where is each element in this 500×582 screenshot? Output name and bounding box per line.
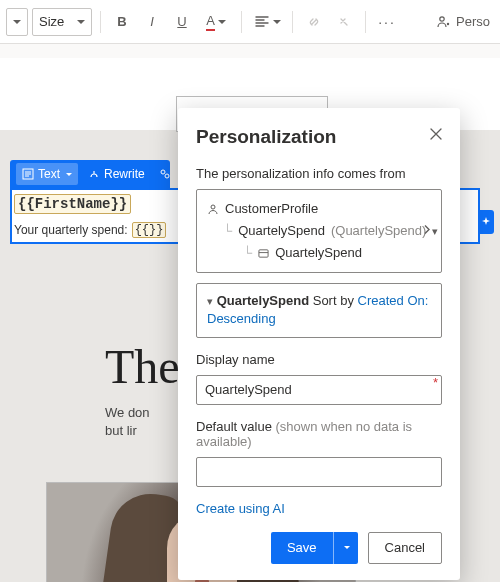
filter-icon: ▾	[432, 222, 438, 241]
tree-root: CustomerProfile	[225, 198, 318, 220]
display-name-input[interactable]	[196, 375, 442, 405]
default-value-label: Default value (shown when no data is ava…	[196, 419, 442, 449]
sort-text: Sort by	[313, 293, 354, 308]
close-icon	[429, 127, 443, 141]
ribbon-text-label: Text	[38, 167, 60, 181]
ribbon-extra-button[interactable]	[155, 163, 175, 185]
chevron-down-icon	[273, 20, 281, 24]
tree-leaf: QuartelySpend	[275, 242, 362, 264]
ribbon-rewrite-label: Rewrite	[104, 167, 145, 181]
rewrite-icon	[88, 168, 100, 180]
format-toolbar: Size B I U A ··· Perso	[0, 0, 500, 44]
font-size-label: Size	[39, 14, 64, 29]
person-icon	[436, 14, 452, 30]
unlink-icon	[336, 14, 352, 30]
tree-child-paren: (QuartelySpend)	[331, 220, 426, 242]
sort-box[interactable]: ▾ QuartelySpend Sort by Created On: Desc…	[196, 283, 442, 337]
align-button[interactable]	[250, 9, 284, 35]
font-family-dropdown[interactable]	[6, 8, 28, 36]
sparkle-icon	[480, 216, 492, 228]
chevron-down-icon	[13, 20, 21, 24]
personalization-panel: Personalization The personalization info…	[178, 108, 460, 580]
field-icon	[258, 248, 269, 259]
align-left-icon	[254, 14, 270, 30]
link-icon	[306, 14, 322, 30]
create-using-ai-link[interactable]: Create using AI	[196, 501, 285, 516]
chevron-right-icon	[423, 224, 431, 239]
save-button[interactable]: Save	[271, 532, 358, 564]
source-label: The personalization info comes from	[196, 166, 442, 181]
svg-point-3	[161, 170, 165, 174]
save-split[interactable]	[333, 532, 358, 564]
personalization-icon	[159, 168, 171, 180]
svg-rect-6	[259, 250, 268, 257]
data-source-selector[interactable]: CustomerProfile └ QuartelySpend (Quartel…	[196, 189, 442, 273]
firstname-token[interactable]: {{FirstName}}	[14, 194, 131, 214]
spend-prefix-text: Your quarterly spend:	[14, 223, 128, 237]
svg-point-0	[440, 16, 444, 20]
required-indicator: *	[433, 375, 438, 390]
svg-point-4	[165, 174, 169, 178]
font-size-dropdown[interactable]: Size	[32, 8, 92, 36]
ribbon-text-button[interactable]: Text	[16, 163, 78, 185]
svg-point-5	[211, 205, 215, 209]
font-color-button[interactable]: A	[199, 9, 233, 35]
filter-icon: ▾	[207, 295, 213, 307]
link-button[interactable]	[301, 9, 327, 35]
bold-button[interactable]: B	[109, 9, 135, 35]
personalize-button[interactable]: Perso	[432, 9, 494, 35]
block-handle[interactable]	[478, 210, 494, 234]
chevron-down-icon	[344, 546, 350, 549]
default-value-input[interactable]	[196, 457, 442, 487]
personalize-label: Perso	[456, 14, 490, 29]
display-name-label: Display name	[196, 352, 442, 367]
cancel-button[interactable]: Cancel	[368, 532, 442, 564]
profile-icon	[207, 203, 219, 215]
save-label: Save	[271, 540, 333, 555]
text-block-icon	[22, 168, 34, 180]
unlink-button[interactable]	[331, 9, 357, 35]
chevron-down-icon	[218, 20, 226, 24]
svg-point-1	[447, 22, 449, 24]
element-ribbon: Text Rewrite	[10, 160, 170, 188]
chevron-down-icon	[77, 20, 85, 24]
tree-child: QuartelySpend	[238, 220, 325, 242]
close-button[interactable]	[424, 122, 448, 146]
italic-button[interactable]: I	[139, 9, 165, 35]
sort-field: QuartelySpend	[217, 293, 309, 308]
panel-title: Personalization	[196, 126, 442, 148]
more-options-button[interactable]: ···	[374, 9, 400, 35]
chevron-down-icon	[66, 173, 72, 176]
spend-token[interactable]: {{}}	[132, 222, 167, 238]
ribbon-rewrite-button[interactable]: Rewrite	[82, 163, 151, 185]
panel-actions: Save Cancel	[196, 532, 442, 564]
underline-button[interactable]: U	[169, 9, 195, 35]
